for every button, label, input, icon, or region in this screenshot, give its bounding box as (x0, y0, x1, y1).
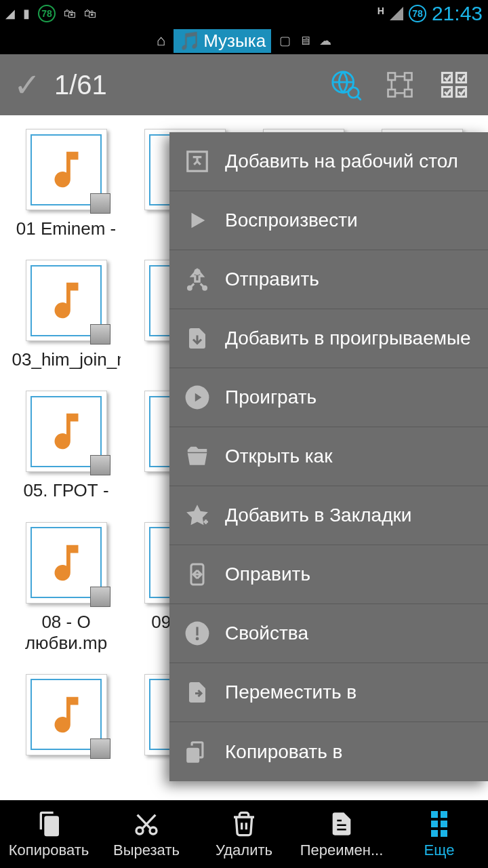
menu-label: Проиграть (225, 387, 317, 408)
device-tab-icon[interactable]: ▢ (279, 33, 291, 48)
music-icon: 🎵 (179, 31, 201, 52)
menu-icon (183, 383, 211, 412)
computer-icon[interactable]: 🖥 (299, 34, 311, 48)
file-checkbox[interactable] (90, 193, 110, 214)
file-checkbox[interactable] (90, 587, 110, 607)
status-bar: ◢ ▮ 78 🛍 🛍 H 78 21:43 (0, 0, 488, 27)
svg-point-19 (136, 827, 143, 834)
svg-rect-3 (405, 73, 412, 81)
device-icon: ◢ (5, 6, 15, 21)
menu-icon (183, 324, 211, 353)
file-item[interactable]: 05. ГРОТ - (7, 391, 125, 501)
selection-counter: 1/61 (54, 70, 312, 100)
bottom-icon (35, 809, 62, 839)
bottom-label: Удалить (216, 842, 272, 859)
svg-rect-17 (196, 627, 198, 636)
bottom-Еще[interactable]: Еще (390, 800, 488, 868)
file-item[interactable]: 03_him_join_me_in_ (7, 260, 125, 370)
svg-rect-5 (405, 90, 412, 97)
music-file-icon (26, 522, 107, 604)
menu-icon (183, 560, 211, 589)
menu-label: Добавить в проигрываемые (225, 328, 471, 349)
bottom-icon (328, 809, 355, 839)
music-file-icon (26, 260, 107, 341)
menu-item-2[interactable]: Отправить (169, 250, 488, 309)
menu-item-5[interactable]: Открыть как (169, 427, 488, 486)
svg-point-20 (150, 827, 157, 834)
bottom-label: Вырезать (113, 842, 180, 859)
context-menu: Добавить на рабочий столВоспроизвестиОтп… (169, 132, 488, 781)
network-h: H (378, 5, 384, 16)
menu-icon (183, 501, 211, 530)
file-checkbox[interactable] (90, 455, 110, 475)
menu-icon (183, 442, 211, 471)
svg-rect-2 (388, 73, 396, 81)
action-bar: ✓ 1/61 (0, 54, 488, 115)
path-bar: ⌂ 🎵 Музыка ▢ 🖥 ☁ (0, 27, 488, 54)
menu-label: Свойства (225, 623, 308, 644)
menu-icon (183, 738, 211, 766)
bottom-Вырезать[interactable]: Вырезать (98, 800, 195, 868)
menu-icon (183, 265, 211, 294)
svg-point-1 (348, 87, 359, 98)
menu-icon (183, 147, 211, 176)
bottom-label: Еще (424, 842, 455, 859)
select-all-icon[interactable] (434, 64, 474, 105)
home-icon[interactable]: ⌂ (157, 32, 165, 50)
menu-label: Открыть как (225, 446, 332, 467)
menu-item-0[interactable]: Добавить на рабочий стол (169, 132, 488, 191)
path-label: Музыка (203, 31, 266, 52)
check-icon[interactable]: ✓ (14, 66, 41, 104)
bottom-Переимен...[interactable]: Переимен... (293, 800, 390, 868)
menu-item-6[interactable]: Добавить в Закладки (169, 486, 488, 545)
battery-icon: ▮ (23, 6, 30, 21)
menu-label: Отправить (225, 269, 319, 290)
menu-item-8[interactable]: Свойства (169, 604, 488, 663)
svg-point-11 (194, 269, 201, 275)
menu-item-4[interactable]: Проиграть (169, 368, 488, 427)
menu-item-9[interactable]: Переместить в (169, 663, 488, 722)
menu-icon (183, 206, 211, 235)
svg-rect-4 (388, 90, 396, 97)
menu-label: Копировать в (225, 741, 342, 763)
file-label: 08 - О любви.mp (12, 612, 121, 654)
file-checkbox[interactable] (90, 738, 110, 759)
svg-point-12 (187, 285, 192, 291)
file-item[interactable]: 01 Eminem - (7, 129, 125, 239)
badge-icon: 78 (38, 5, 56, 22)
menu-label: Добавить на рабочий стол (225, 151, 458, 172)
menu-item-7[interactable]: Оправить (169, 545, 488, 604)
globe-search-icon[interactable] (325, 64, 366, 105)
bottom-label: Переимен... (300, 842, 384, 859)
file-label: 01 Eminem - (16, 218, 116, 239)
file-checkbox[interactable] (90, 324, 110, 344)
bottom-Копировать[interactable]: Копировать (0, 800, 98, 868)
bottom-bar: КопироватьВырезатьУдалитьПереимен...Еще (0, 800, 488, 868)
menu-item-3[interactable]: Добавить в проигрываемые (169, 309, 488, 368)
file-label: 03_him_join_me_in_ (12, 349, 121, 370)
file-item[interactable] (7, 674, 125, 764)
menu-item-1[interactable]: Воспроизвести (169, 191, 488, 250)
music-file-icon (26, 391, 107, 472)
signal-icon (390, 7, 403, 20)
clock: 21:43 (432, 2, 483, 25)
file-item[interactable]: 08 - О любви.mp (7, 522, 125, 654)
menu-icon (183, 678, 211, 707)
bottom-icon (133, 809, 160, 839)
bottom-Удалить[interactable]: Удалить (195, 800, 293, 868)
cloud-icon[interactable]: ☁ (319, 33, 331, 48)
menu-label: Воспроизвести (225, 210, 358, 231)
menu-item-10[interactable]: Копировать в (169, 722, 488, 781)
badge-blue-icon: 78 (409, 5, 426, 22)
music-file-icon (26, 129, 107, 210)
bottom-label: Копировать (9, 842, 89, 859)
select-tree-icon[interactable] (380, 64, 420, 105)
menu-label: Добавить в Закладки (225, 505, 411, 526)
svg-point-13 (202, 285, 207, 291)
bottom-icon (431, 809, 447, 839)
menu-label: Переместить в (225, 682, 357, 703)
music-file-icon (26, 674, 107, 755)
path-current[interactable]: 🎵 Музыка (174, 29, 271, 53)
menu-label: Оправить (225, 564, 310, 585)
bottom-icon (230, 809, 258, 839)
